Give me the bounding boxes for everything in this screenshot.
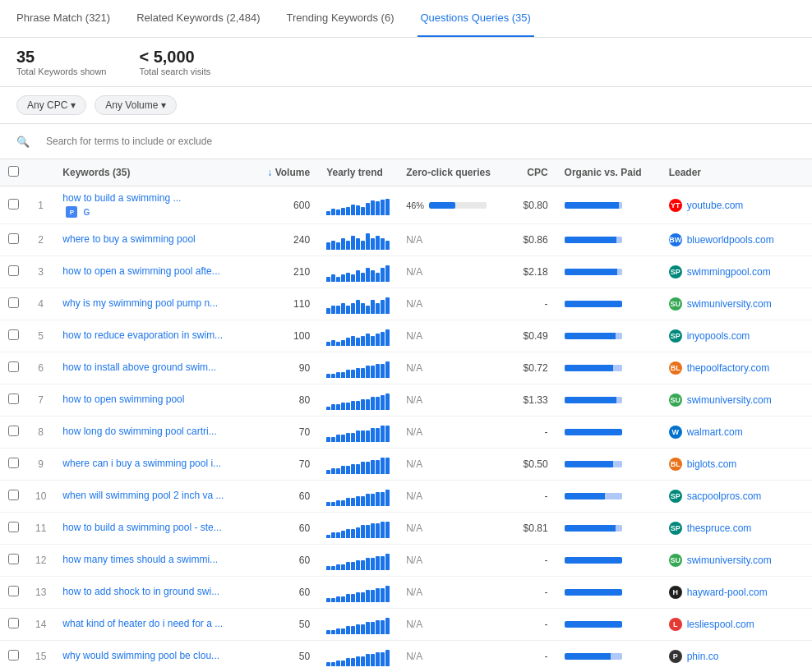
leader-domain[interactable]: thespruce.com [687, 522, 752, 534]
row-checkbox[interactable] [8, 586, 19, 596]
leader-domain[interactable]: youtube.com [687, 200, 744, 211]
leader-domain[interactable]: lesliespool.com [687, 619, 754, 630]
zero-pct-na: N/A [406, 234, 422, 246]
table-row: 3 how to open a swimming pool afte... 21… [0, 256, 812, 288]
leader-cell: SP thespruce.com [661, 513, 812, 545]
row-checkbox-cell[interactable] [0, 224, 27, 256]
organic-cell [556, 320, 661, 352]
volume-cell: 210 [252, 256, 318, 288]
leader-domain[interactable]: swimmingpool.com [687, 266, 771, 278]
volume-filter[interactable]: Any Volume ▾ [95, 95, 177, 115]
row-checkbox-cell[interactable] [0, 641, 27, 673]
keyword-header[interactable]: Keywords (35) [54, 159, 252, 186]
keyword-link[interactable]: how to open a swimming pool afte... [62, 265, 219, 277]
keyword-link[interactable]: why would swimming pool be clou... [62, 650, 219, 661]
volume-cell: 60 [252, 513, 318, 545]
search-input[interactable] [36, 131, 796, 152]
table-row: 7 how to open swimming pool 80 N/A $1.33… [0, 384, 812, 417]
row-number: 10 [27, 481, 54, 513]
leader-domain[interactable]: hayward-pool.com [687, 587, 768, 598]
keyword-link[interactable]: how to add shock to in ground swi... [62, 586, 219, 597]
table-row: 12 how many times should a swimmi... 60 … [0, 545, 812, 577]
select-all-header[interactable] [0, 159, 27, 186]
row-checkbox-cell[interactable] [0, 545, 27, 577]
keyword-link[interactable]: where to buy a swimming pool [62, 233, 195, 245]
leader-domain[interactable]: swimuniversity.com [687, 555, 772, 566]
leader-domain[interactable]: swimuniversity.com [687, 394, 772, 406]
trend-cell [318, 609, 398, 641]
tab-related[interactable]: Related Keywords (2,484) [133, 0, 263, 37]
volume-header[interactable]: ↓ Volume [252, 159, 318, 186]
leader-domain[interactable]: inyopools.com [687, 330, 750, 342]
row-checkbox[interactable] [8, 297, 19, 308]
row-checkbox-cell[interactable] [0, 417, 27, 449]
row-checkbox-cell[interactable] [0, 384, 27, 417]
leader-domain[interactable]: thepoolfactory.com [687, 362, 770, 374]
row-checkbox-cell[interactable] [0, 288, 27, 320]
row-checkbox[interactable] [8, 329, 19, 340]
row-checkbox-cell[interactable] [0, 577, 27, 609]
leader-cell: L lesliespool.com [661, 609, 812, 641]
organic-cell [556, 545, 661, 577]
leader-domain[interactable]: walmart.com [687, 426, 743, 438]
row-number: 9 [27, 449, 54, 481]
row-checkbox-cell[interactable] [0, 449, 27, 481]
zero-click-cell: N/A [398, 352, 510, 384]
keyword-link[interactable]: how to install above ground swim... [62, 361, 216, 373]
keyword-link[interactable]: how to open swimming pool [62, 394, 184, 405]
table-row: 2 where to buy a swimming pool 240 N/A $… [0, 224, 812, 256]
row-checkbox[interactable] [8, 426, 19, 436]
tab-trending[interactable]: Trending Keywords (6) [283, 0, 397, 37]
keyword-link[interactable]: where can i buy a swimming pool i... [62, 458, 221, 469]
row-checkbox[interactable] [8, 650, 19, 660]
row-checkbox[interactable] [8, 265, 19, 276]
keyword-link[interactable]: how to reduce evaporation in swim... [62, 329, 223, 341]
cpc-cell: - [510, 417, 556, 449]
zero-pct-na: N/A [406, 522, 422, 534]
trend-cell [318, 513, 398, 545]
trend-cell [318, 288, 398, 320]
tab-phrase[interactable]: Phrase Match (321) [13, 0, 113, 37]
leader-domain[interactable]: swimuniversity.com [687, 298, 772, 310]
organic-cell [556, 641, 661, 673]
row-checkbox[interactable] [8, 490, 19, 500]
volume-cell: 100 [252, 320, 318, 352]
cpc-cell: - [510, 641, 556, 673]
search-bar: 🔍 [0, 124, 812, 159]
row-checkbox[interactable] [8, 522, 19, 532]
row-checkbox-cell[interactable] [0, 352, 27, 384]
row-checkbox[interactable] [8, 233, 19, 244]
leader-domain[interactable]: phin.co [687, 651, 719, 662]
row-checkbox[interactable] [8, 458, 19, 468]
row-checkbox[interactable] [8, 394, 19, 404]
keyword-link[interactable]: how long do swimming pool cartri... [62, 426, 216, 437]
row-checkbox[interactable] [8, 618, 19, 628]
leader-domain[interactable]: sacpoolpros.com [687, 490, 762, 502]
keyword-link[interactable]: how to build a swimming ... [62, 192, 181, 204]
row-checkbox-cell[interactable] [0, 513, 27, 545]
leader-domain[interactable]: biglots.com [687, 458, 737, 470]
row-checkbox-cell[interactable] [0, 320, 27, 352]
leader-icon: SU [669, 554, 682, 567]
row-number: 14 [27, 609, 54, 641]
keyword-link[interactable]: how many times should a swimmi... [62, 554, 218, 565]
keyword-link[interactable]: when will swimming pool 2 inch va ... [62, 490, 224, 501]
cpc-filter[interactable]: Any CPC ▾ [16, 95, 86, 115]
row-checkbox-cell[interactable] [0, 186, 27, 224]
row-checkbox-cell[interactable] [0, 256, 27, 288]
row-checkbox-cell[interactable] [0, 609, 27, 641]
row-checkbox[interactable] [8, 199, 19, 209]
keyword-link[interactable]: how to build a swimming pool - ste... [62, 522, 221, 533]
row-checkbox[interactable] [8, 554, 19, 564]
select-all-checkbox[interactable] [8, 166, 19, 177]
zero-pct-na: N/A [406, 298, 422, 310]
row-checkbox-cell[interactable] [0, 481, 27, 513]
tab-questions[interactable]: Questions Queries (35) [418, 0, 534, 37]
leader-domain[interactable]: blueworldpools.com [687, 234, 774, 246]
trend-cell [318, 417, 398, 449]
keyword-link[interactable]: what kind of heater do i need for a ... [62, 618, 223, 629]
table-row: 8 how long do swimming pool cartri... 70… [0, 417, 812, 449]
leader-cell: SU swimuniversity.com [661, 384, 812, 417]
keyword-link[interactable]: why is my swimming pool pump n... [62, 297, 218, 309]
row-checkbox[interactable] [8, 361, 19, 372]
